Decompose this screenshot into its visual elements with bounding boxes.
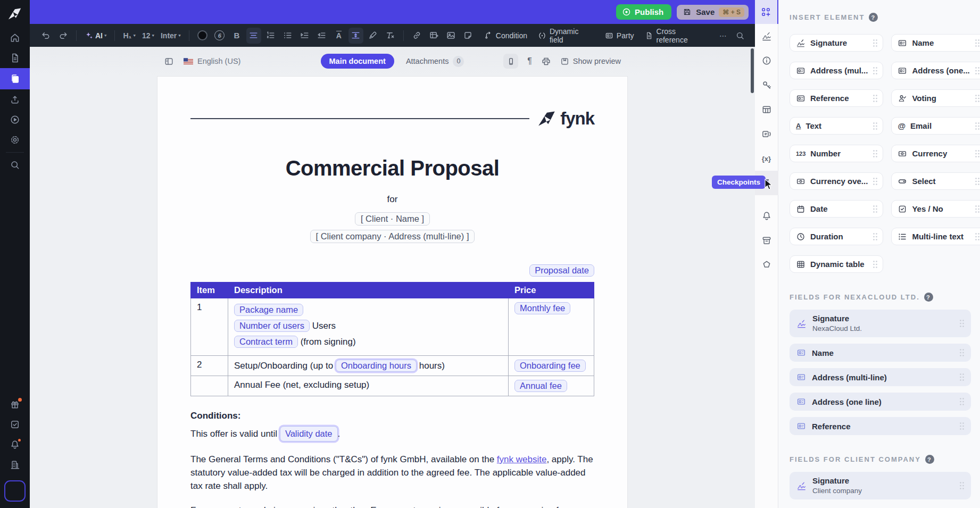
- field-client-name[interactable]: [ Client · Name ]: [355, 212, 430, 226]
- drag-handle-icon[interactable]: [873, 122, 878, 130]
- justify-button[interactable]: [246, 28, 261, 44]
- drag-handle-icon[interactable]: [873, 205, 878, 213]
- sidebar-item-tasks[interactable]: [0, 414, 30, 435]
- toolbar-search-button[interactable]: [733, 28, 748, 44]
- strip-item-notifications[interactable]: [755, 204, 778, 228]
- document-page[interactable]: fynk Commercial Proposal for [ Client · …: [157, 77, 627, 508]
- field-onboarding-fee[interactable]: Onboarding fee: [514, 360, 586, 372]
- ai-menu-button[interactable]: AI▾: [82, 28, 109, 44]
- save-button[interactable]: Save ⌘ + S: [677, 5, 749, 20]
- insert-card-voting[interactable]: Voting: [891, 89, 980, 107]
- sidebar-item-tutorials[interactable]: [0, 110, 30, 130]
- heading-style-select[interactable]: H₁▾: [121, 28, 137, 44]
- indent-decrease-button[interactable]: [314, 28, 329, 44]
- sidebar-item-search[interactable]: [0, 155, 30, 175]
- redo-button[interactable]: [55, 28, 70, 44]
- insert-card-signature[interactable]: Signature: [790, 34, 883, 52]
- cross-reference-button[interactable]: Cross reference: [641, 28, 713, 44]
- mobile-preview-toggle[interactable]: [503, 54, 518, 69]
- insert-card-date[interactable]: Date: [790, 200, 883, 218]
- drag-handle-icon[interactable]: [959, 373, 965, 381]
- strip-item-signatures[interactable]: [755, 24, 778, 48]
- insert-card-yes-no[interactable]: Yes / No: [891, 200, 980, 218]
- field-onboarding-hours[interactable]: Onboarding hours: [336, 360, 417, 372]
- clear-formatting-button[interactable]: [383, 28, 397, 44]
- party-button[interactable]: Party: [601, 28, 638, 44]
- vertical-align-button[interactable]: A: [331, 28, 346, 44]
- field-card-address-one[interactable]: Address (one line): [790, 393, 971, 411]
- insert-card-multi-line-text[interactable]: Multi-line text: [891, 228, 980, 245]
- insert-card-duration[interactable]: Duration: [790, 228, 883, 245]
- insert-sticker-button[interactable]: [461, 28, 476, 44]
- field-annual-fee[interactable]: Annual fee: [514, 380, 567, 392]
- field-package-name[interactable]: Package name: [234, 304, 303, 316]
- font-size-select[interactable]: 12▾: [140, 28, 156, 44]
- sidebar-item-templates[interactable]: [0, 68, 30, 89]
- drag-handle-icon[interactable]: [975, 39, 980, 47]
- undo-button[interactable]: [38, 28, 53, 44]
- field-contract-term[interactable]: Contract term: [234, 336, 298, 348]
- insert-card-currency[interactable]: Currency: [891, 145, 980, 162]
- drag-handle-icon[interactable]: [975, 122, 980, 130]
- strip-item-tables[interactable]: [755, 97, 778, 122]
- highlight-color-button[interactable]: 6: [212, 28, 227, 44]
- drag-handle-icon[interactable]: [873, 177, 878, 186]
- insert-link-button[interactable]: [410, 28, 425, 44]
- strip-item-archive[interactable]: [755, 228, 778, 253]
- field-card-reference[interactable]: Reference: [790, 417, 971, 435]
- font-family-select[interactable]: Inter▾: [159, 28, 183, 44]
- field-card-signature-client[interactable]: SignatureClient company: [790, 472, 971, 499]
- strip-item-access[interactable]: [755, 73, 778, 97]
- insert-card-address-multi[interactable]: Address (mul...: [790, 62, 883, 79]
- user-avatar[interactable]: [4, 480, 26, 502]
- drag-handle-icon[interactable]: [959, 481, 965, 490]
- field-proposal-date[interactable]: Proposal date: [529, 264, 594, 277]
- line-spacing-button[interactable]: [348, 28, 363, 44]
- drag-handle-icon[interactable]: [975, 177, 980, 186]
- language-selector[interactable]: English (US): [184, 57, 240, 65]
- strip-item-approvals[interactable]: [755, 253, 778, 277]
- insert-card-address-one[interactable]: Address (one...: [891, 62, 980, 79]
- field-card-signature-nexacloud[interactable]: SignatureNexaCloud Ltd.: [790, 310, 971, 337]
- sidebar-item-import[interactable]: [0, 89, 30, 110]
- drag-handle-icon[interactable]: [873, 66, 878, 75]
- drag-handle-icon[interactable]: [975, 66, 980, 75]
- help-icon[interactable]: ?: [925, 455, 934, 464]
- drag-handle-icon[interactable]: [975, 205, 980, 213]
- fynk-website-link[interactable]: fynk website: [497, 454, 547, 464]
- insert-card-name[interactable]: Name: [891, 34, 980, 52]
- highlighter-button[interactable]: [366, 28, 380, 44]
- drag-handle-icon[interactable]: [873, 94, 878, 103]
- drag-handle-icon[interactable]: [873, 149, 878, 158]
- drag-handle-icon[interactable]: [873, 260, 878, 269]
- drag-handle-icon[interactable]: [975, 232, 980, 241]
- strip-item-variables[interactable]: {x}: [755, 146, 778, 171]
- drag-handle-icon[interactable]: [873, 39, 878, 47]
- field-validity-date[interactable]: Validity date: [280, 426, 338, 442]
- field-client-address[interactable]: [ Client company · Address (multi-line) …: [310, 230, 475, 243]
- drag-handle-icon[interactable]: [959, 422, 965, 430]
- show-preview-button[interactable]: Show preview: [560, 57, 621, 66]
- sidebar-item-notifications[interactable]: [0, 435, 30, 455]
- insert-image-button[interactable]: [444, 28, 459, 44]
- help-icon[interactable]: ?: [924, 293, 933, 302]
- strip-item-details[interactable]: [755, 48, 778, 73]
- field-monthly-fee[interactable]: Monthly fee: [514, 302, 570, 314]
- print-button[interactable]: [541, 56, 551, 66]
- insert-card-reference[interactable]: Reference: [790, 89, 883, 107]
- publish-button[interactable]: Publish: [616, 4, 671, 20]
- bold-button[interactable]: B: [229, 28, 244, 44]
- text-color-button[interactable]: [195, 28, 210, 44]
- toolbar-more-button[interactable]: ⋯: [716, 28, 730, 44]
- sidebar-item-organization[interactable]: [0, 455, 30, 475]
- insert-card-currency-overview[interactable]: Currency ove...: [790, 172, 883, 190]
- drag-handle-icon[interactable]: [959, 348, 965, 357]
- insert-card-dynamic-table[interactable]: Dynamic table: [790, 255, 883, 273]
- drag-handle-icon[interactable]: [959, 397, 965, 406]
- insert-table-button[interactable]: [427, 28, 442, 44]
- document-scrollbar-thumb[interactable]: [751, 48, 754, 93]
- help-icon[interactable]: ?: [869, 13, 878, 22]
- ordered-list-button[interactable]: [263, 28, 278, 44]
- dynamic-field-button[interactable]: Dynamic field: [534, 28, 599, 44]
- drag-handle-icon[interactable]: [975, 94, 980, 103]
